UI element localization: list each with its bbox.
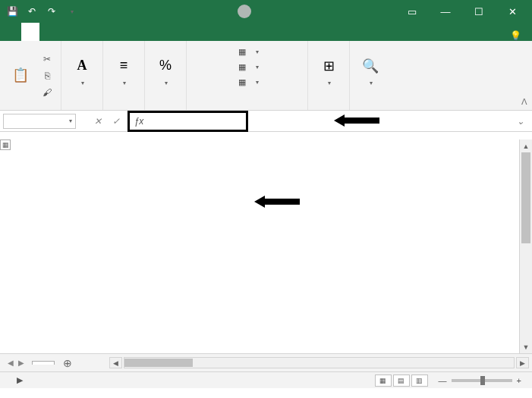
sheet-tab-bar: ◀ ▶ ⊕ ◀ ▶ [0,353,532,371]
cells-button[interactable]: ⊞ ▾ [314,55,343,88]
font-icon: A [72,56,92,76]
tab-view[interactable] [131,23,149,41]
tab-data[interactable] [94,23,112,41]
tab-formulas[interactable] [76,23,94,41]
horizontal-scrollbar[interactable]: ◀ ▶ [106,357,532,368]
annotation-arrow-cell [254,196,300,208]
font-button[interactable]: A ▾ [68,55,96,88]
scroll-thumb[interactable] [521,152,530,243]
format-painter-button[interactable]: 🖌 [39,85,55,100]
group-cells: ⊞ ▾ [308,41,350,110]
vertical-scrollbar[interactable]: ▲ ▼ [519,139,532,353]
paste-button[interactable]: 📋 [6,64,35,88]
sheet-tab-sheet1[interactable] [32,361,55,365]
tab-insert[interactable] [39,23,58,41]
number-button[interactable]: % ▾ [151,55,180,88]
view-page-layout-button[interactable]: ▤ [393,374,410,387]
zoom-slider[interactable] [452,379,512,382]
group-font: A ▾ [61,41,103,110]
scroll-up-button[interactable]: ▲ [520,139,532,152]
cancel-formula-button[interactable]: ✕ [90,114,106,129]
lightbulb-icon: 💡 [510,30,521,41]
fx-button[interactable]: ƒx [131,114,147,129]
group-editing: 🔍 ▾ [350,41,391,110]
annotation-arrow-formula [334,114,379,127]
formula-highlight: ƒx [127,111,248,132]
autofill-options-button[interactable]: ▦ [0,139,11,150]
tab-file[interactable] [3,23,21,41]
copy-button[interactable]: ⎘ [39,68,55,83]
redo-button[interactable]: ↷ [42,2,61,20]
number-icon: % [156,56,175,76]
sheet-nav-next[interactable]: ▶ [18,359,24,367]
group-clipboard: 📋 ✂ ⎘ 🖌 [0,41,61,110]
editing-icon: 🔍 [360,56,380,76]
group-alignment: ≡ ▾ [103,41,145,110]
h-scroll-thumb[interactable] [124,359,193,367]
view-page-break-button[interactable]: ▥ [411,374,428,387]
undo-button[interactable]: ↶ [23,2,41,20]
ribbon: 📋 ✂ ⎘ 🖌 A ▾ ≡ ▾ [0,41,532,111]
conditional-formatting-button[interactable]: ▦▾ [236,44,259,59]
macro-record-icon[interactable]: ▶ [17,375,23,385]
collapse-ribbon-button[interactable]: ᐱ [521,97,527,107]
editing-button[interactable]: 🔍 ▾ [356,55,385,88]
paste-icon: 📋 [11,65,30,85]
tell-me-button[interactable]: 💡 [502,30,532,41]
tab-review[interactable] [112,23,131,41]
new-sheet-button[interactable]: ⊕ [59,355,76,371]
format-as-table-button[interactable]: ▦▾ [236,59,259,74]
cell-styles-button[interactable]: ▦▾ [236,74,259,89]
cell-styles-icon: ▦ [236,76,248,88]
tab-home[interactable] [21,23,39,41]
name-box[interactable]: ▾ [3,114,76,129]
maximize-button[interactable]: ☐ [462,0,496,23]
table-icon: ▦ [236,61,248,73]
group-number: % ▾ [145,41,187,110]
cells-icon: ⊞ [319,56,338,76]
save-button[interactable]: 💾 [3,2,21,20]
tab-developer[interactable] [149,23,167,41]
cut-button[interactable]: ✂ [39,52,55,67]
titlebar: 💾 ↶ ↷ ▾ ▭ — ☐ ✕ [0,0,532,23]
scroll-left-button[interactable]: ◀ [109,357,122,368]
qat-customize-button[interactable]: ▾ [62,2,80,20]
window-title [80,5,395,18]
alignment-button[interactable]: ≡ ▾ [109,55,138,88]
group-styles: ▦▾ ▦▾ ▦▾ [187,41,308,110]
ribbon-options-button[interactable]: ▭ [395,0,429,23]
window-controls: ▭ — ☐ ✕ [395,0,529,23]
close-button[interactable]: ✕ [496,0,529,23]
alignment-icon: ≡ [114,56,134,76]
scroll-right-button[interactable]: ▶ [516,357,529,368]
zoom-out-button[interactable]: — [439,376,447,385]
status-bar: ▶ ▦ ▤ ▥ — + [0,371,532,388]
sheet-nav-prev[interactable]: ◀ [8,359,14,367]
tab-page-layout[interactable] [58,23,76,41]
cond-format-icon: ▦ [236,45,248,58]
expand-formula-bar-button[interactable]: ⌄ [512,114,529,129]
scroll-down-button[interactable]: ▼ [520,340,532,353]
view-normal-button[interactable]: ▦ [375,374,392,387]
formula-input[interactable] [147,114,246,129]
formula-bar: ▾ ✕ ✓ ƒx ⌄ [0,111,532,132]
zoom-in-button[interactable]: + [517,376,521,385]
quick-access-toolbar: 💾 ↶ ↷ ▾ [3,2,80,20]
enter-formula-button[interactable]: ✓ [108,114,124,129]
worksheet-grid: ▦ ▲ ▼ [0,139,532,353]
ribbon-tabs: 💡 [0,23,532,41]
minimize-button[interactable]: — [429,0,462,23]
user-avatar[interactable] [238,5,251,18]
